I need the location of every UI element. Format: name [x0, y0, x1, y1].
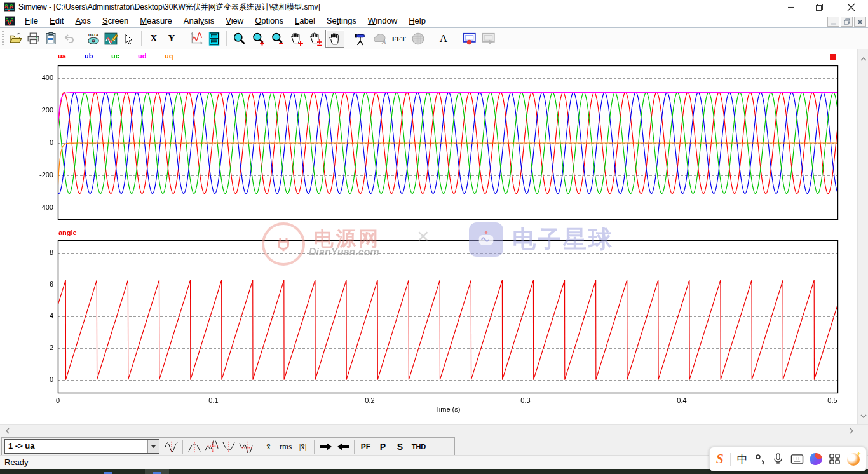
x-axis-button[interactable]: X — [145, 30, 163, 48]
skin-icon[interactable] — [810, 453, 822, 465]
data-icon-label: DATA — [88, 32, 99, 37]
toolbar-separator — [226, 31, 227, 46]
mdi-minimize-button[interactable] — [827, 17, 839, 27]
menu-analysis[interactable]: Analysis — [178, 15, 220, 27]
menu-file[interactable]: File — [19, 15, 44, 27]
rms-button[interactable]: rms — [277, 439, 294, 454]
emoji-icon[interactable] — [847, 453, 860, 466]
global-max-button[interactable] — [186, 439, 203, 454]
y-tick: 200 — [32, 106, 53, 114]
ime-toolbar: S 中 — [709, 447, 867, 471]
dropdown-arrow-icon — [151, 445, 156, 448]
menu-settings[interactable]: Settings — [321, 15, 362, 27]
abs-average-button[interactable]: |x̄| — [294, 439, 311, 454]
menu-options[interactable]: Options — [249, 15, 289, 27]
measure-button[interactable] — [351, 30, 370, 48]
scroll-up-button[interactable] — [858, 54, 868, 64]
data-button[interactable]: DATA — [85, 30, 102, 48]
horizontal-scrollbar[interactable] — [0, 424, 868, 437]
apparent-power-button[interactable]: S — [391, 439, 409, 454]
sphere-icon — [411, 32, 425, 46]
menu-measure[interactable]: Measure — [134, 15, 178, 27]
hand-icon — [328, 32, 342, 46]
place-label-button[interactable]: A — [370, 30, 390, 48]
y-tick: 0 — [32, 376, 53, 384]
toolbar-separator — [141, 31, 142, 46]
arrow-right-icon — [320, 442, 332, 451]
zoom-button[interactable] — [230, 30, 249, 48]
fft-button[interactable]: FFT — [390, 30, 409, 48]
y-axis-button[interactable]: Y — [163, 30, 180, 48]
next-point-left-button[interactable] — [334, 439, 351, 454]
mdi-close-button[interactable] — [854, 17, 866, 27]
combobox-dropdown-button[interactable] — [147, 440, 159, 453]
select-arrow-button[interactable] — [120, 30, 138, 48]
average-button[interactable]: x̄ — [260, 439, 277, 454]
vertical-scrollbar[interactable] — [857, 49, 868, 424]
p-label: P — [380, 442, 386, 452]
thd-label: THD — [412, 443, 426, 450]
menu-window[interactable]: Window — [362, 15, 403, 27]
power-factor-button[interactable]: PF — [357, 439, 374, 454]
merge-screen-hand-button[interactable] — [306, 30, 325, 48]
status-text: Ready — [4, 457, 29, 467]
print-button[interactable] — [24, 30, 42, 48]
waveform-plot-area[interactable] — [0, 49, 857, 424]
menu-help[interactable]: Help — [403, 15, 431, 27]
soft-keyboard-icon[interactable] — [790, 453, 804, 465]
undo-button[interactable] — [60, 30, 78, 48]
main-toolbar: DATA X Y A FFT A — [0, 27, 868, 50]
text-tool-label: A — [440, 32, 447, 45]
curve-select-combobox[interactable]: 1 -> ua — [4, 439, 159, 454]
screen-export-button[interactable] — [478, 30, 498, 48]
next-point-right-button[interactable] — [317, 439, 334, 454]
local-max-button[interactable] — [203, 439, 220, 454]
chevron-left-icon — [6, 428, 10, 434]
punctuation-icon[interactable] — [754, 453, 766, 466]
mdi-restore-button[interactable] — [841, 17, 853, 27]
screen-red-dot-button[interactable] — [459, 30, 478, 48]
restore-button[interactable] — [808, 0, 830, 14]
real-power-button[interactable]: P — [374, 439, 391, 454]
paste-button[interactable] — [42, 30, 60, 48]
scroll-down-button[interactable] — [858, 411, 868, 421]
close-button[interactable] — [840, 0, 862, 14]
rescale-curve-button[interactable] — [187, 30, 205, 48]
open-file-button[interactable] — [6, 30, 24, 48]
fft-label: FFT — [392, 35, 406, 43]
legend-ud: ud — [138, 52, 146, 60]
sogou-logo-icon[interactable]: S — [716, 451, 724, 467]
split-screens-button[interactable] — [205, 30, 223, 48]
menu-edit[interactable]: Edit — [44, 15, 69, 27]
measure-cursor-button[interactable] — [163, 439, 180, 454]
y-tick: 2 — [32, 344, 53, 352]
edit-properties-button[interactable] — [102, 30, 120, 48]
chinese-mode-button[interactable]: 中 — [737, 452, 748, 466]
minimize-button[interactable] — [780, 0, 802, 14]
thd-button[interactable]: THD — [409, 439, 429, 454]
add-text-button[interactable]: A — [435, 30, 452, 48]
local-min-button[interactable] — [237, 439, 254, 454]
hand-plus-minus-icon — [309, 32, 323, 46]
app-icon — [4, 2, 15, 12]
printer-icon — [27, 32, 40, 45]
menu-screen[interactable]: Screen — [97, 15, 134, 27]
scroll-left-button[interactable] — [3, 426, 12, 435]
hand-plus-icon — [290, 32, 304, 46]
menu-label[interactable]: Label — [289, 15, 321, 27]
scroll-right-button[interactable] — [846, 426, 856, 435]
sphere-button[interactable] — [409, 30, 428, 48]
simview-window: Simview - [C:\Users\Administrator\Deskto… — [0, 0, 868, 474]
zoom-in-button[interactable] — [249, 30, 268, 48]
pan-hand-button[interactable] — [325, 30, 344, 48]
menu-view[interactable]: View — [220, 15, 249, 27]
global-min-button[interactable] — [220, 439, 237, 454]
toolbox-grid-icon[interactable] — [829, 453, 841, 465]
zoom-out-button[interactable] — [268, 30, 287, 48]
menu-axis[interactable]: Axis — [69, 15, 97, 27]
chevron-up-icon — [860, 57, 867, 61]
microphone-icon[interactable] — [772, 452, 784, 466]
local-min-icon — [238, 440, 254, 453]
add-screen-hand-button[interactable] — [287, 30, 306, 48]
screens-icon — [207, 32, 221, 46]
